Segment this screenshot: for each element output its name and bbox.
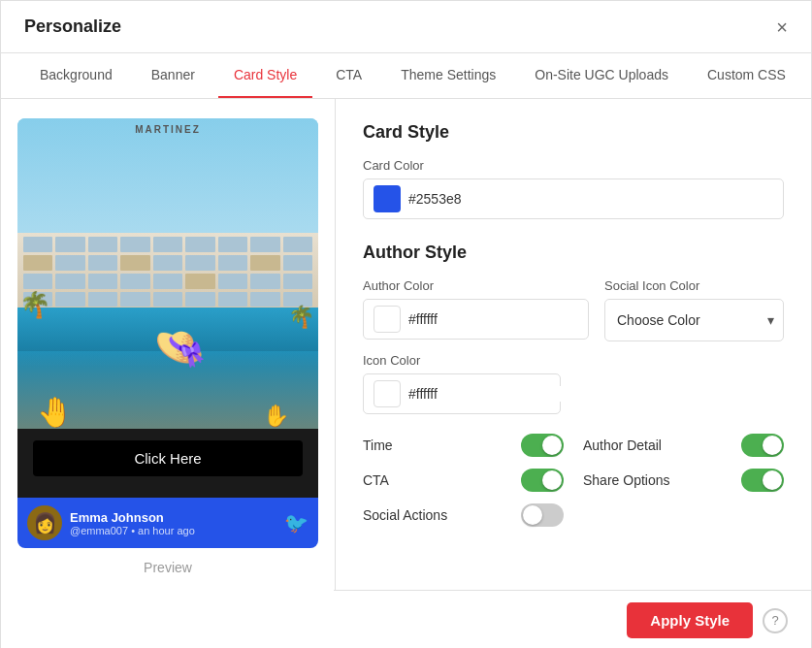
avatar: 👩 xyxy=(27,505,62,540)
icon-color-hex-input[interactable] xyxy=(408,386,578,402)
card-style-section: Card Style Card Color xyxy=(363,122,784,219)
time-toggle-label: Time xyxy=(363,437,393,453)
author-handle: @emma007 • an hour ago xyxy=(70,525,284,536)
tabs-nav: Background Banner Card Style CTA Theme S… xyxy=(1,53,811,99)
share-options-toggle[interactable] xyxy=(741,469,784,492)
social-actions-toggle-row: Social Actions xyxy=(363,503,564,527)
window xyxy=(218,274,247,289)
window xyxy=(153,237,182,252)
palm-right-icon: 🌴 xyxy=(288,305,314,330)
window xyxy=(120,237,149,252)
window xyxy=(23,255,52,271)
window xyxy=(120,274,149,289)
icon-color-label: Icon Color xyxy=(363,353,784,368)
window xyxy=(218,237,247,252)
cta-toggle[interactable] xyxy=(521,469,564,492)
left-panel: MARTINEZ 🌴 🌴 👒 🤚 ✋ xyxy=(1,99,336,648)
tab-banner[interactable]: Banner xyxy=(136,53,211,98)
tab-cta[interactable]: CTA xyxy=(320,53,377,98)
card-color-input-group xyxy=(363,178,784,219)
window xyxy=(250,237,279,252)
author-detail-toggle[interactable] xyxy=(741,434,784,457)
tab-theme-settings[interactable]: Theme Settings xyxy=(385,53,511,98)
window xyxy=(218,255,247,271)
hands-icon: 🤚 xyxy=(37,395,73,429)
icon-color-field: Icon Color xyxy=(363,353,784,414)
window xyxy=(55,292,84,308)
share-options-toggle-label: Share Options xyxy=(583,472,670,488)
icon-color-swatch[interactable] xyxy=(374,380,401,407)
click-here-button[interactable]: Click Here xyxy=(33,440,303,476)
close-button[interactable]: × xyxy=(776,17,788,37)
help-icon[interactable]: ? xyxy=(763,608,788,633)
author-style-title: Author Style xyxy=(363,243,784,263)
window xyxy=(283,274,312,289)
window xyxy=(250,255,279,271)
cta-toggle-knob xyxy=(542,470,562,490)
author-color-hex-input[interactable] xyxy=(408,311,578,327)
twitter-icon: 🐦 xyxy=(284,511,309,535)
right-panel: Card Style Card Color Author Style Autho… xyxy=(336,99,811,648)
time-toggle-row: Time xyxy=(363,434,564,457)
tab-custom-css[interactable]: Custom CSS xyxy=(692,53,801,98)
author-info: Emma Johnson @emma007 • an hour ago xyxy=(70,510,284,536)
window xyxy=(88,237,117,252)
modal-header: Personalize × xyxy=(1,1,811,53)
window xyxy=(55,237,84,252)
hand-right-icon: ✋ xyxy=(263,404,289,429)
social-actions-toggle-label: Social Actions xyxy=(363,507,447,523)
author-detail-toggle-row: Author Detail xyxy=(583,434,784,457)
author-color-row: Author Color Social Icon Color Choose Co… xyxy=(363,278,784,341)
card-color-swatch[interactable] xyxy=(374,185,401,212)
preview-image: MARTINEZ 🌴 🌴 👒 🤚 ✋ xyxy=(17,118,318,429)
main-content: MARTINEZ 🌴 🌴 👒 🤚 ✋ xyxy=(1,99,811,648)
card-overlay: Click Here xyxy=(17,429,318,498)
time-toggle-knob xyxy=(542,436,562,455)
social-icon-color-select-wrapper: Choose Color #ffffff #000000 #2553e8 ▾ xyxy=(604,299,784,341)
author-style-section: Author Style Author Color Social Icon Co… xyxy=(363,243,784,527)
window xyxy=(55,255,84,271)
window xyxy=(185,292,214,308)
share-options-toggle-row: Share Options xyxy=(583,469,784,492)
preview-label: Preview xyxy=(144,560,192,575)
cta-toggle-label: CTA xyxy=(363,472,389,488)
hotel-windows-grid xyxy=(17,233,318,310)
author-color-swatch[interactable] xyxy=(374,306,401,333)
social-actions-toggle[interactable] xyxy=(521,503,564,527)
preview-card: MARTINEZ 🌴 🌴 👒 🤚 ✋ xyxy=(17,118,318,548)
author-detail-toggle-knob xyxy=(763,436,782,455)
toggles-section: Time Author Detail CTA xyxy=(363,434,784,527)
social-icon-color-field: Social Icon Color Choose Color #ffffff #… xyxy=(604,278,784,341)
tab-background[interactable]: Background xyxy=(24,53,128,98)
author-name: Emma Johnson xyxy=(70,510,284,525)
author-color-input-group xyxy=(363,299,589,340)
modal-container: Personalize × Background Banner Card Sty… xyxy=(0,0,812,648)
window xyxy=(250,274,279,289)
window xyxy=(153,292,182,308)
window xyxy=(283,237,312,252)
time-toggle[interactable] xyxy=(521,434,564,457)
author-detail-toggle-label: Author Detail xyxy=(583,437,662,453)
window xyxy=(218,292,247,308)
window xyxy=(120,255,149,271)
window xyxy=(88,274,117,289)
window xyxy=(153,274,182,289)
apply-style-button[interactable]: Apply Style xyxy=(627,602,753,638)
card-color-hex-input[interactable] xyxy=(408,191,773,207)
author-row: 👩 Emma Johnson @emma007 • an hour ago 🐦 xyxy=(17,498,318,548)
window xyxy=(153,255,182,271)
window xyxy=(120,292,149,308)
card-color-label: Card Color xyxy=(363,158,784,173)
tab-card-style[interactable]: Card Style xyxy=(218,53,312,98)
window xyxy=(88,255,117,271)
card-style-title: Card Style xyxy=(363,122,784,143)
hotel-facade xyxy=(17,233,318,310)
window xyxy=(185,255,214,271)
window xyxy=(283,255,312,271)
window xyxy=(250,292,279,308)
social-icon-color-select[interactable]: Choose Color #ffffff #000000 #2553e8 xyxy=(604,299,784,341)
social-icon-color-label: Social Icon Color xyxy=(604,278,784,293)
tab-on-site-ugc[interactable]: On-Site UGC Uploads xyxy=(519,53,684,98)
window xyxy=(23,237,52,252)
author-color-label: Author Color xyxy=(363,278,589,293)
